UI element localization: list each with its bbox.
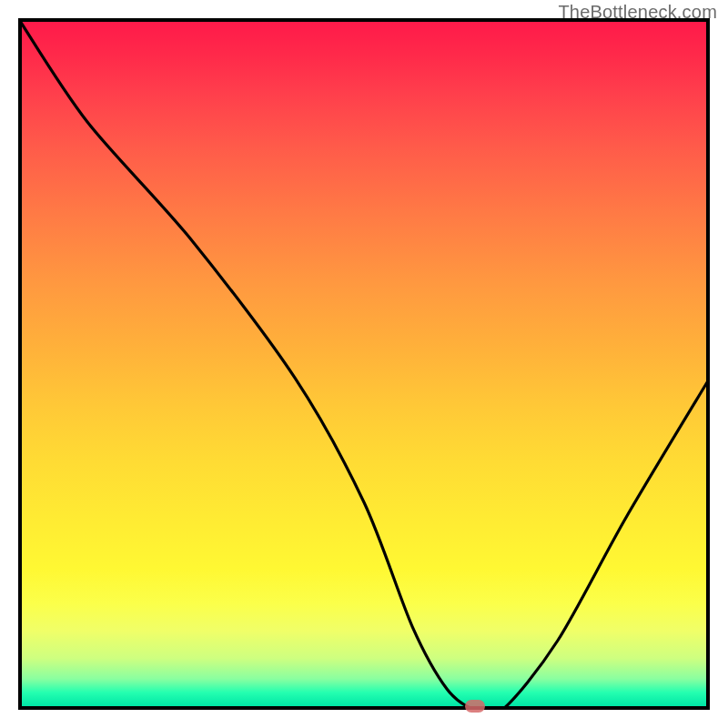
chart-container: TheBottleneck.com [0, 0, 728, 728]
watermark-text: TheBottleneck.com [558, 2, 717, 23]
chart-plot-area [18, 18, 710, 710]
